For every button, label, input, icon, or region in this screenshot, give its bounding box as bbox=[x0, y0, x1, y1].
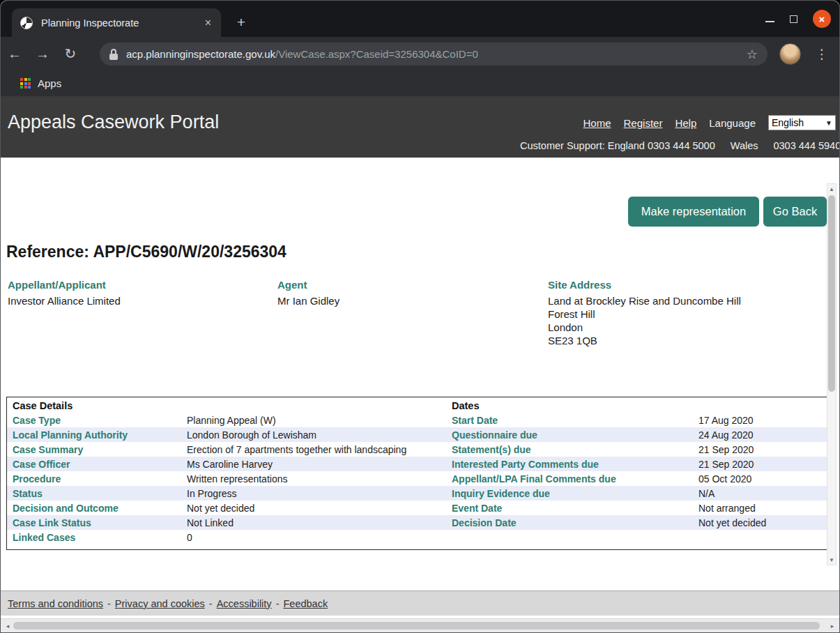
case-table-row: Case OfficerMs Caroline HarveyInterested… bbox=[7, 457, 827, 471]
reload-icon[interactable]: ↻ bbox=[56, 45, 84, 62]
case-detail-value: Written representations bbox=[181, 471, 446, 486]
case-date-value bbox=[693, 530, 827, 544]
horizontal-scrollbar[interactable]: ◂ ▸ bbox=[1, 618, 839, 632]
site-favicon-icon bbox=[20, 17, 33, 29]
footer-link-terms[interactable]: Terms and conditions bbox=[8, 598, 103, 609]
case-date-label: Appellant/LPA Final Comments due bbox=[446, 471, 693, 486]
new-tab-button[interactable]: + bbox=[232, 13, 250, 31]
case-detail-value: Not Linked bbox=[181, 515, 446, 530]
footer-separator: - bbox=[209, 598, 213, 609]
address-bar[interactable]: acp.planninginspectorate.gov.uk/ViewCase… bbox=[100, 43, 768, 66]
case-detail-value: 0 bbox=[181, 530, 446, 544]
reference-heading: Reference: APP/C5690/W/20/3256304 bbox=[6, 243, 287, 261]
case-detail-value: London Borough of Lewisham bbox=[181, 427, 446, 442]
case-date-label bbox=[446, 530, 693, 544]
footer-separator: - bbox=[107, 598, 111, 609]
site-address-lines: Land at Brockley Rise and Duncombe HillF… bbox=[548, 294, 741, 347]
footer-link-accessibility[interactable]: Accessibility bbox=[217, 598, 272, 609]
case-table-row: ProcedureWritten representationsAppellan… bbox=[7, 471, 827, 486]
site-address-line: Land at Brockley Rise and Duncombe Hill bbox=[548, 294, 741, 307]
scroll-left-icon[interactable]: ◂ bbox=[2, 619, 13, 632]
tab-close-icon[interactable]: × bbox=[204, 17, 213, 29]
apps-label[interactable]: Apps bbox=[38, 77, 61, 89]
scroll-up-icon[interactable]: ▲ bbox=[827, 184, 836, 194]
select-arrow-icon: ▼ bbox=[825, 119, 832, 127]
case-table: Case Details Dates Case TypePlanning App… bbox=[6, 397, 827, 550]
make-representation-button[interactable]: Make representation bbox=[628, 197, 759, 227]
url-text: acp.planninginspectorate.gov.uk/ViewCase… bbox=[126, 48, 741, 60]
support-main: Customer Support: England 0303 444 5000 bbox=[520, 140, 715, 151]
site-address-line: London bbox=[548, 321, 741, 334]
case-table-header-row: Case Details Dates bbox=[7, 397, 827, 413]
footer-link-feedback[interactable]: Feedback bbox=[283, 598, 328, 609]
profile-avatar[interactable] bbox=[779, 43, 801, 65]
case-date-label: Interested Party Comments due bbox=[446, 457, 693, 471]
case-date-label: Questionnaire due bbox=[446, 427, 693, 442]
go-back-button[interactable]: Go Back bbox=[763, 197, 827, 227]
site-address-line: SE23 1QB bbox=[548, 334, 741, 347]
case-date-label: Inquiry Evidence due bbox=[446, 486, 693, 501]
vertical-scrollbar[interactable]: ▲ ▼ bbox=[827, 183, 837, 565]
nav-link-register[interactable]: Register bbox=[624, 117, 663, 129]
case-date-label: Event Date bbox=[446, 501, 693, 515]
case-detail-label: Case Summary bbox=[7, 442, 181, 457]
case-date-value: 21 Sep 2020 bbox=[693, 442, 827, 457]
agent-value: Mr Ian Gidley bbox=[277, 294, 339, 307]
site-address-block: Site Address Land at Brockley Rise and D… bbox=[548, 279, 741, 347]
browser-tab[interactable]: Planning Inspectorate × bbox=[12, 8, 221, 37]
agent-label: Agent bbox=[277, 279, 339, 291]
tab-title: Planning Inspectorate bbox=[41, 17, 204, 29]
case-detail-value: Not yet decided bbox=[181, 501, 446, 515]
language-select[interactable]: English ▼ bbox=[768, 115, 836, 130]
footer-link-privacy[interactable]: Privacy and cookies bbox=[115, 598, 205, 609]
case-table-row: StatusIn ProgressInquiry Evidence dueN/A bbox=[7, 486, 827, 501]
case-date-value: Not arranged bbox=[693, 501, 827, 515]
scroll-down-icon[interactable]: ▼ bbox=[827, 555, 836, 565]
customer-support-line: Customer Support: England 0303 444 5000W… bbox=[520, 140, 840, 151]
close-window-icon[interactable]: × bbox=[813, 10, 831, 28]
case-detail-value: In Progress bbox=[181, 486, 446, 501]
vertical-scroll-thumb[interactable] bbox=[828, 195, 835, 392]
lock-icon bbox=[109, 49, 118, 60]
scroll-right-icon[interactable]: ▸ bbox=[827, 619, 838, 632]
apps-grid-icon[interactable] bbox=[20, 78, 31, 89]
appellant-label: Appellant/Applicant bbox=[8, 279, 121, 291]
site-address-line: Forest Hill bbox=[548, 307, 741, 321]
case-table-row: Decision and OutcomeNot yet decidedEvent… bbox=[7, 501, 827, 515]
case-detail-label: Decision and Outcome bbox=[7, 501, 181, 515]
case-detail-value: Planning Appeal (W) bbox=[181, 413, 446, 427]
case-detail-label: Status bbox=[7, 486, 181, 501]
browser-menu-icon[interactable]: ⋮ bbox=[814, 43, 830, 65]
agent-block: Agent Mr Ian Gidley bbox=[277, 279, 339, 307]
case-date-value: 17 Aug 2020 bbox=[693, 413, 827, 427]
case-table-row: Case SummaryErection of 7 apartments tog… bbox=[7, 442, 827, 457]
case-detail-label: Linked Cases bbox=[7, 530, 181, 544]
bookmark-star-icon[interactable]: ☆ bbox=[747, 47, 758, 62]
forward-icon[interactable]: → bbox=[29, 46, 56, 62]
case-table-row: Case TypePlanning Appeal (W)Start Date17… bbox=[7, 413, 827, 427]
nav-link-help[interactable]: Help bbox=[675, 117, 696, 129]
maximize-icon[interactable] bbox=[790, 15, 797, 23]
minimize-icon[interactable] bbox=[765, 21, 774, 22]
case-date-value: 21 Sep 2020 bbox=[693, 457, 827, 471]
site-address-label: Site Address bbox=[548, 279, 741, 291]
case-table-body: Case TypePlanning Appeal (W)Start Date17… bbox=[7, 413, 827, 544]
case-date-value: N/A bbox=[693, 486, 827, 501]
nav-link-home[interactable]: Home bbox=[583, 117, 611, 129]
case-table-row: Case Link StatusNot LinkedDecision DateN… bbox=[7, 515, 827, 530]
case-date-value: 24 Aug 2020 bbox=[693, 427, 827, 442]
case-date-label: Start Date bbox=[446, 413, 693, 427]
case-details-header: Case Details bbox=[7, 397, 446, 413]
page-footer: Terms and conditions - Privacy and cooki… bbox=[1, 590, 839, 616]
case-detail-value: Erection of 7 apartments together with l… bbox=[181, 442, 446, 457]
site-header: Appeals Casework Portal Home Register He… bbox=[1, 96, 839, 158]
support-wales-label: Wales bbox=[731, 140, 758, 151]
case-date-label: Decision Date bbox=[446, 515, 693, 530]
case-table-row: Linked Cases0 bbox=[7, 530, 827, 544]
horizontal-scroll-thumb[interactable] bbox=[13, 622, 820, 630]
header-nav: Home Register Help Language English ▼ bbox=[583, 115, 836, 130]
back-icon[interactable]: ← bbox=[1, 46, 29, 62]
support-wales-phone: 0303 444 5940 bbox=[773, 140, 840, 151]
bookmarks-bar: Apps bbox=[1, 70, 839, 96]
appellant-block: Appellant/Applicant Investor Alliance Li… bbox=[8, 279, 121, 307]
